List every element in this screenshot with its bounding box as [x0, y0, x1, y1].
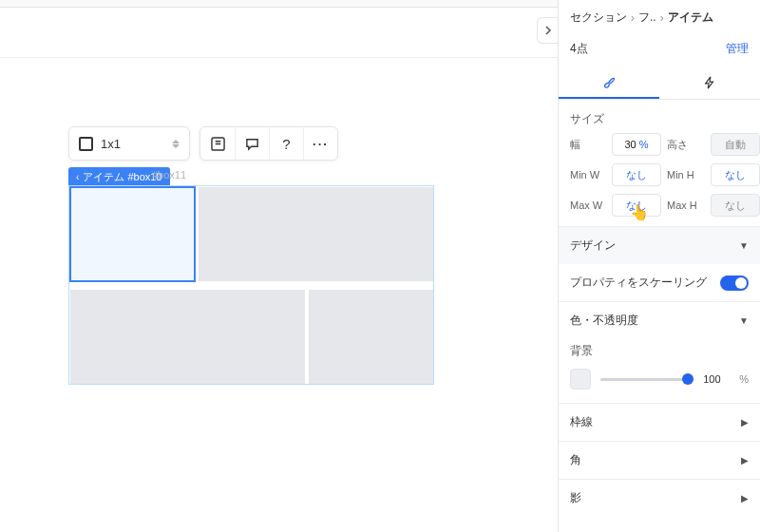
height-label: 高さ: [667, 138, 705, 152]
tab-interactions[interactable]: [659, 66, 760, 99]
background-label: 背景: [559, 339, 760, 365]
border-label: 枠線: [570, 414, 593, 430]
help-icon: ?: [282, 136, 290, 152]
chevron-left-icon: ‹: [76, 172, 79, 182]
minh-input[interactable]: なし: [711, 163, 760, 186]
chevron-right-icon: ▶: [741, 493, 749, 504]
chevron-down-icon: ▼: [739, 315, 749, 326]
selection-tag-label: アイテム #box10: [83, 170, 162, 184]
chevron-down-icon: ▼: [739, 240, 749, 251]
floating-toolbar: 1x1 ? ···: [68, 126, 338, 161]
section-design[interactable]: デザイン ▼: [559, 226, 760, 264]
minw-input[interactable]: なし: [612, 163, 661, 186]
sibling-id: #box11: [152, 169, 186, 180]
more-icon: ···: [313, 137, 329, 151]
scale-properties-label: プロパティをスケーリング: [570, 275, 707, 291]
chevron-right-icon: ›: [631, 11, 635, 25]
maxh-label: Max H: [667, 200, 705, 211]
grid-item[interactable]: [309, 290, 433, 384]
minh-label: Min H: [667, 169, 705, 180]
comment-button[interactable]: [235, 126, 269, 161]
updown-icon: [172, 140, 180, 147]
top-strip: [0, 0, 558, 8]
crumb-current: アイテム: [668, 10, 713, 26]
grid-item[interactable]: [70, 290, 305, 384]
lightning-icon: [703, 76, 716, 89]
square-icon: [79, 137, 93, 151]
maxw-label: Max W: [570, 200, 606, 211]
section-design-label: デザイン: [570, 238, 616, 254]
opacity-slider[interactable]: [600, 378, 694, 381]
chevron-right-icon: ›: [660, 11, 664, 25]
section-border[interactable]: 枠線 ▶: [559, 403, 760, 441]
scale-toggle[interactable]: [720, 276, 749, 291]
manage-link[interactable]: 管理: [726, 41, 749, 57]
opacity-unit: %: [739, 373, 749, 385]
color-swatch[interactable]: [570, 369, 591, 390]
breakpoints-label: 4点: [570, 41, 588, 57]
maxh-input[interactable]: なし: [711, 194, 760, 217]
height-input[interactable]: 自動: [711, 133, 760, 156]
canvas-divider: [0, 57, 558, 58]
tab-design[interactable]: [559, 66, 659, 99]
grid-item-selected[interactable]: [70, 187, 195, 281]
corner-label: 角: [570, 452, 581, 468]
section-color-opacity[interactable]: 色・不透明度 ▼: [559, 301, 760, 339]
color-opacity-label: 色・不透明度: [570, 313, 638, 329]
background-control: 100 %: [559, 365, 760, 403]
maxw-input[interactable]: なし: [612, 194, 661, 217]
type-label: 1x1: [101, 137, 164, 151]
more-button[interactable]: ···: [303, 126, 337, 161]
breadcrumb: セクション › フ.. › アイテム: [559, 0, 760, 33]
chevron-right-icon: ▶: [741, 417, 749, 428]
element-type-dropdown[interactable]: 1x1: [68, 126, 190, 161]
section-corner[interactable]: 角 ▶: [559, 441, 760, 479]
inspector-tabs: [559, 66, 760, 100]
chevron-right-icon: [543, 26, 553, 35]
crumb-section[interactable]: セクション: [570, 10, 627, 26]
grid-item[interactable]: [199, 187, 433, 281]
panel-collapse-button[interactable]: [537, 17, 558, 44]
scale-properties-row: プロパティをスケーリング: [559, 264, 760, 301]
opacity-value[interactable]: 100: [703, 373, 730, 385]
section-shadow[interactable]: 影 ▶: [559, 479, 760, 517]
toolbar-actions: ? ···: [200, 126, 338, 161]
comment-icon: [245, 137, 259, 151]
brush-icon: [602, 75, 616, 88]
layout-icon: [211, 137, 225, 151]
width-label: 幅: [570, 138, 606, 152]
section-size-label: サイズ: [559, 100, 760, 133]
inspector-panel: セクション › フ.. › アイテム 4点 管理 サイズ 幅 30% 高さ 自動…: [558, 0, 760, 532]
layout-button[interactable]: [200, 126, 235, 161]
size-properties: 幅 30% 高さ 自動 Min W なし Min H なし Max W なし M…: [559, 133, 760, 226]
chevron-right-icon: ▶: [741, 455, 749, 466]
shadow-label: 影: [570, 490, 581, 506]
help-button[interactable]: ?: [269, 126, 303, 161]
minw-label: Min W: [570, 169, 606, 180]
crumb-parent[interactable]: フ..: [638, 10, 656, 26]
width-input[interactable]: 30%: [612, 133, 661, 156]
layout-grid: [68, 185, 434, 385]
